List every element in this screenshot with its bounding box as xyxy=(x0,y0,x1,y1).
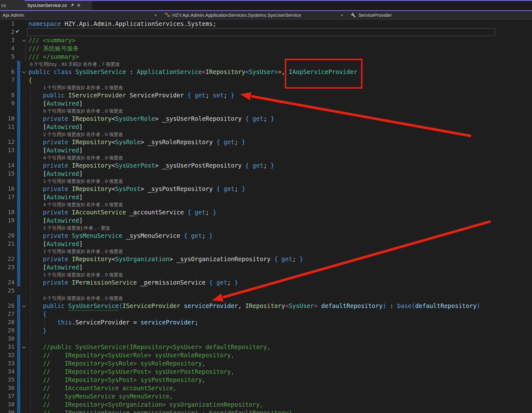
codelens-text[interactable]: 4 个引用|0 项更改|0 名作者，0 项更改 xyxy=(43,201,123,208)
code-line-32[interactable]: 32 // IRepository<SysUserRole> sysUserRo… xyxy=(0,351,532,359)
code-text[interactable]: public SysUserService(IServiceProvider s… xyxy=(28,302,480,310)
code-line-3[interactable]: 3/// <summary> xyxy=(0,36,532,44)
fold-chevron-icon[interactable] xyxy=(22,70,26,73)
code-text[interactable] xyxy=(28,287,28,295)
code-line-1[interactable]: 1namespace HZY.Api.Admin.ApplicationServ… xyxy=(0,20,532,28)
code-line-17[interactable]: 17 [Autowired] xyxy=(0,193,532,201)
code-text[interactable]: private IRepository<SysUserPost> _sysUse… xyxy=(28,161,274,170)
code-line-21[interactable]: 21 [Autowired] xyxy=(0,240,532,248)
code-text[interactable]: private IPermissionService _permissionSe… xyxy=(28,278,238,287)
tab-active-file[interactable]: SysUserService.cs × xyxy=(25,0,92,10)
codelens-row[interactable]: 1 个引用|0 项更改|0 名作者，0 项更改 xyxy=(0,248,532,255)
code-text[interactable]: [Autowired] xyxy=(28,170,83,178)
code-line-35[interactable]: 35 // IRepository<SysPost> sysPostReposi… xyxy=(0,376,532,384)
codelens-text[interactable]: 4 个引用|0 项更改|0 名作者，0 项更改 xyxy=(43,154,123,161)
code-text[interactable]: /// <summary> xyxy=(28,36,76,44)
code-line-33[interactable]: 33 // IRepository<SysRole> sysRoleReposi… xyxy=(0,359,532,367)
close-icon[interactable]: × xyxy=(77,2,81,8)
code-line-2[interactable]: 2 xyxy=(0,28,532,36)
code-line-30[interactable]: 30 xyxy=(0,335,532,343)
code-line-23[interactable]: 23 [Autowired] xyxy=(0,263,532,271)
code-line-31[interactable]: 31 //public SysUserService(IRepository<S… xyxy=(0,343,532,351)
code-text[interactable]: //public SysUserService(IRepository<SysU… xyxy=(28,343,270,351)
code-line-19[interactable]: 19 [Autowired] xyxy=(0,216,532,225)
codelens-text[interactable]: 1 个引用|0 项更改|0 名作者，0 项更改 xyxy=(43,248,123,255)
code-line-29[interactable]: 29 } xyxy=(0,326,532,335)
code-text[interactable]: // IPermissionService permissionService)… xyxy=(28,409,292,413)
code-line-7[interactable]: 7{ xyxy=(0,76,532,84)
code-line-4[interactable]: 4/// 系统账号服务 xyxy=(0,44,532,52)
quick-actions-icon[interactable] xyxy=(15,29,20,35)
codelens-row[interactable]: 4 个引用|0 项更改|0 名作者，0 项更改 xyxy=(0,154,532,161)
codelens-row[interactable]: 0 个引用|0 项更改|0 名作者，0 项更改 xyxy=(0,295,532,302)
code-text[interactable]: { xyxy=(28,310,46,318)
codelens-text[interactable]: 2 个引用|0 项更改|0 名作者，0 项更改 xyxy=(43,131,123,138)
code-text[interactable]: // IRepository<SysOrganization> sysOrgan… xyxy=(28,400,263,409)
code-line-37[interactable]: 37 // SysMenuService sysMenuService, xyxy=(0,392,532,400)
code-text[interactable]: public class SysUserService : Applicatio… xyxy=(28,68,357,76)
code-text[interactable]: [Autowired] xyxy=(28,263,83,271)
tab-background-file[interactable]: cs xyxy=(0,0,25,10)
codelens-text[interactable]: 6 个引用|0 项更改|0 名作者，0 项更改 xyxy=(43,108,123,114)
codelens-row[interactable]: 1 个引用|0 项更改|0 名作者，0 项更改 xyxy=(0,271,532,278)
code-line-8[interactable]: 8 public IServiceProvider ServiceProvide… xyxy=(0,91,532,99)
code-line-24[interactable]: 24 private IPermissionService _permissio… xyxy=(0,278,532,287)
code-text[interactable]: } xyxy=(28,326,46,335)
code-text[interactable] xyxy=(28,335,28,343)
codelens-row[interactable]: 4 个引用|0 项更改|0 名作者，0 项更改 xyxy=(0,201,532,208)
code-text[interactable]: private SysMenuService _sysMenuService {… xyxy=(28,231,213,240)
code-text[interactable]: private IRepository<SysPost> _sysPostRep… xyxy=(28,185,245,193)
code-text[interactable]: { xyxy=(28,76,32,84)
code-text[interactable]: // IRepository<SysPost> sysPostRepositor… xyxy=(28,376,206,384)
code-text[interactable]: // IRepository<SysRole> sysRoleRepositor… xyxy=(28,359,206,367)
fold-chevron-icon[interactable] xyxy=(22,345,26,348)
code-line-27[interactable]: 27 { xyxy=(0,310,532,318)
code-line-15[interactable]: 15 [Autowired] xyxy=(0,170,532,178)
code-text[interactable]: [Autowired] xyxy=(28,216,83,225)
codelens-text[interactable]: 1 个引用|0 项更改|0 名作者，0 项更改 xyxy=(43,271,123,278)
codelens-text[interactable]: 1 个引用|0 项更改|0 名作者，0 项更改 xyxy=(43,178,123,185)
code-line-11[interactable]: 11 [Autowired] xyxy=(0,123,532,131)
code-line-13[interactable]: 13 [Autowired] xyxy=(0,146,532,154)
fold-chevron-icon[interactable] xyxy=(22,38,26,41)
breadcrumb-project[interactable]: Api.Admin xyxy=(3,11,24,19)
chevron-down-icon[interactable]: ▾ xyxy=(155,11,157,19)
code-text[interactable]: /// </summary> xyxy=(28,52,79,61)
code-line-28[interactable]: 28 this.ServiceProvider = serviceProvide… xyxy=(0,318,532,326)
code-text[interactable]: [Autowired] xyxy=(28,240,83,248)
code-line-39[interactable]: 39 // IPermissionService permissionServi… xyxy=(0,409,532,413)
code-text[interactable]: public IServiceProvider ServiceProvider … xyxy=(28,91,234,99)
code-line-18[interactable]: 18 private IAccountService _accountServi… xyxy=(0,208,532,216)
code-line-6[interactable]: 6public class SysUserService : Applicati… xyxy=(0,68,532,76)
code-text[interactable]: // IRepository<SysUserPost> sysUserPostR… xyxy=(28,367,234,376)
codelens-text[interactable]: 6 个引用|hzy，83 天前|2 名作者，7 项更改 xyxy=(30,61,120,68)
code-line-25[interactable]: 25 xyxy=(0,287,532,295)
code-text[interactable]: [Autowired] xyxy=(28,99,83,108)
chevron-down-icon[interactable]: ▾ xyxy=(341,11,343,19)
codelens-text[interactable]: 1 个引用|0 项更改|0 名作者，0 项更改 xyxy=(43,84,123,91)
code-text[interactable]: [Autowired] xyxy=(28,123,83,131)
code-line-16[interactable]: 16 private IRepository<SysPost> _sysPost… xyxy=(0,185,532,193)
code-line-34[interactable]: 34 // IRepository<SysUserPost> sysUserPo… xyxy=(0,367,532,376)
code-text[interactable]: private IAccountService _accountService … xyxy=(28,208,216,216)
code-line-14[interactable]: 14 private IRepository<SysUserPost> _sys… xyxy=(0,161,532,170)
code-line-9[interactable]: 9 [Autowired] xyxy=(0,99,532,108)
code-line-36[interactable]: 36 // IAccountService accountService, xyxy=(0,384,532,392)
code-line-22[interactable]: 22 private IRepository<SysOrganization> … xyxy=(0,255,532,263)
code-text[interactable]: [Autowired] xyxy=(28,193,83,201)
codelens-row[interactable]: 2 个引用|0 项更改|0 名作者，0 项更改 xyxy=(0,131,532,138)
codelens-row[interactable]: 1 个引用|0 项更改|0 名作者，0 项更改 xyxy=(0,178,532,185)
codelens-row[interactable]: 6 个引用|hzy，83 天前|2 名作者，7 项更改 xyxy=(0,61,532,68)
code-text[interactable]: // IAccountService accountService, xyxy=(28,384,177,392)
code-line-12[interactable]: 12 private IRepository<SysRole> _sysRole… xyxy=(0,138,532,146)
code-text[interactable]: private IRepository<SysOrganization> _sy… xyxy=(28,255,303,263)
breadcrumb-type-path[interactable]: HZY.Api.Admin.ApplicationServices.System… xyxy=(172,11,301,19)
breadcrumb-member[interactable]: ServiceProvider xyxy=(358,11,392,19)
code-text[interactable]: namespace HZY.Api.Admin.ApplicationServi… xyxy=(28,20,216,28)
fold-chevron-icon[interactable] xyxy=(22,304,26,307)
codelens-row[interactable]: 1 个引用|0 项更改|0 名作者，0 项更改 xyxy=(0,84,532,91)
code-line-5[interactable]: 5/// </summary> xyxy=(0,52,532,61)
codelens-row[interactable]: 6 个引用|0 项更改|0 名作者，0 项更改 xyxy=(0,108,532,114)
editor[interactable]: 1namespace HZY.Api.Admin.ApplicationServ… xyxy=(0,20,532,413)
code-line-10[interactable]: 10 private IRepository<SysUserRole> _sys… xyxy=(0,114,532,123)
